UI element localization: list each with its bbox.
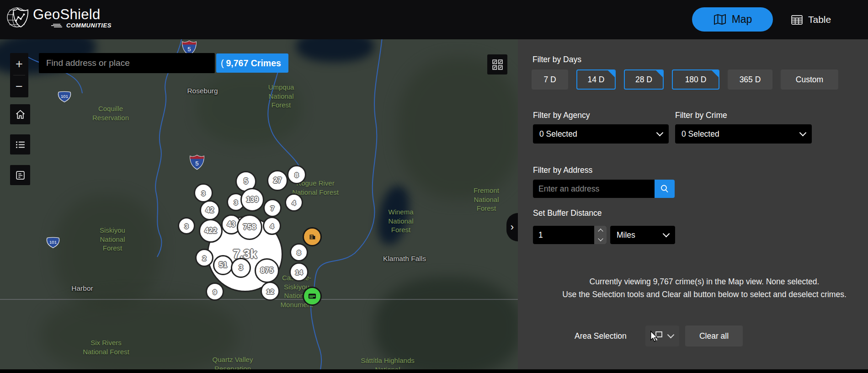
- zoom-control: + −: [10, 53, 28, 97]
- day-filter-14d[interactable]: 14 D: [576, 69, 616, 90]
- day-filter-180d[interactable]: 180 D: [672, 69, 719, 90]
- tab-map[interactable]: Map: [692, 7, 773, 32]
- cluster-marker[interactable]: 2: [195, 249, 213, 267]
- svg-text:101: 101: [49, 240, 57, 245]
- tab-table[interactable]: Table: [788, 10, 834, 29]
- basemap-grid-icon: [491, 59, 504, 71]
- crime-select[interactable]: 0 Selected: [675, 124, 812, 144]
- card-marker-icon[interactable]: [303, 287, 322, 306]
- buffer-distance-stepper: [533, 226, 607, 244]
- cluster-marker[interactable]: 8: [290, 243, 308, 261]
- map-search-box: [39, 53, 215, 73]
- list-icon: [15, 139, 26, 150]
- legend-button[interactable]: [10, 165, 30, 185]
- brand-tagline: COMMUNITIES: [66, 22, 112, 29]
- cluster-marker[interactable]: 8: [287, 165, 306, 184]
- map-search-input[interactable]: [39, 53, 215, 73]
- cluster-marker[interactable]: 27: [267, 170, 288, 191]
- filter-agency-label: Filter by Agency: [533, 111, 590, 120]
- legend-icon: [15, 170, 26, 181]
- layers-list-button[interactable]: [10, 134, 30, 155]
- buffer-unit-value: Miles: [617, 230, 635, 240]
- table-icon: [791, 14, 803, 26]
- filter-address-label: Filter by Address: [533, 165, 592, 175]
- day-filter-365d[interactable]: 365 D: [728, 69, 772, 90]
- chevron-up-icon: [598, 229, 603, 234]
- app-header: GeoShield COMMUNITIES Map: [0, 0, 868, 39]
- globe-shield-logo-icon: [5, 3, 35, 33]
- news-marker-icon[interactable]: [303, 227, 322, 246]
- cluster-marker[interactable]: 875: [255, 258, 279, 283]
- crimes-badge-prefix: (: [221, 58, 224, 69]
- cluster-marker[interactable]: 139: [240, 188, 264, 212]
- chevron-down-icon: [799, 129, 807, 137]
- zoom-out-button[interactable]: −: [10, 75, 28, 97]
- cluster-marker[interactable]: 3: [178, 217, 195, 234]
- area-selection-tool-button[interactable]: [645, 325, 679, 346]
- map-icon: [713, 13, 727, 26]
- day-filter-row: 7 D14 D28 D180 D365 DCustom: [532, 69, 838, 90]
- buffer-distance-label: Set Buffer Distance: [533, 208, 602, 218]
- clear-all-button[interactable]: Clear all: [685, 325, 743, 346]
- search-icon: [660, 184, 670, 194]
- chevron-down-icon: [656, 129, 664, 137]
- svg-text:5: 5: [187, 46, 191, 53]
- filter-panel: Filter by Days 7 D14 D28 D180 D365 DCust…: [518, 39, 868, 373]
- crimes-count-badge[interactable]: ( 9,767 Crimes: [216, 53, 288, 73]
- status-line-2: Use the Selection tools and Clear all bu…: [541, 288, 868, 301]
- cluster-marker[interactable]: 42: [200, 200, 220, 220]
- buffer-distance-input[interactable]: [533, 226, 594, 244]
- day-filter-7d[interactable]: 7 D: [532, 69, 568, 90]
- basemap-toggle-button[interactable]: [487, 54, 507, 75]
- chevron-down-icon: [598, 236, 603, 241]
- cluster-marker[interactable]: 51: [213, 255, 233, 275]
- selection-status-text: Currently viewing 9,767 crime(s) in the …: [518, 275, 868, 301]
- cluster-marker[interactable]: 4: [285, 193, 303, 212]
- tab-map-label: Map: [732, 13, 752, 26]
- cluster-marker[interactable]: 4: [263, 217, 281, 235]
- filter-crime-label: Filter by Crime: [675, 111, 727, 120]
- address-search-button[interactable]: [655, 180, 675, 198]
- cluster-marker[interactable]: 758: [237, 214, 262, 240]
- route-shield-101: 101: [46, 237, 60, 250]
- bottom-strip: [0, 369, 868, 373]
- cluster-marker[interactable]: 3: [231, 258, 251, 278]
- app-root: GeoShield COMMUNITIES Map: [0, 0, 868, 373]
- status-line-1: Currently viewing 9,767 crime(s) in the …: [541, 275, 868, 288]
- zoom-in-button[interactable]: +: [10, 53, 28, 75]
- address-input[interactable]: [533, 180, 655, 198]
- chevron-down-icon: [663, 230, 670, 238]
- chevron-down-icon: [667, 331, 674, 339]
- cluster-marker[interactable]: 422: [199, 219, 223, 243]
- crimes-badge-label: 9,767 Crimes: [226, 58, 281, 69]
- stepper-down-button[interactable]: [594, 235, 607, 244]
- interstate-shield-5: 5: [189, 155, 205, 172]
- day-filter-custom[interactable]: Custom: [781, 69, 838, 90]
- home-button[interactable]: [10, 104, 30, 124]
- home-icon: [15, 109, 26, 120]
- cluster-marker[interactable]: 9: [206, 282, 224, 301]
- day-filter-28d[interactable]: 28 D: [624, 69, 664, 90]
- tab-table-label: Table: [808, 14, 831, 25]
- filter-days-label: Filter by Days: [533, 55, 581, 64]
- cluster-marker[interactable]: 3: [194, 183, 213, 202]
- brand: GeoShield COMMUNITIES: [5, 3, 112, 33]
- cluster-marker[interactable]: 14: [289, 262, 309, 282]
- route-shield-101: 101: [58, 91, 72, 105]
- area-select-icon: [652, 330, 664, 341]
- brand-name: GeoShield: [33, 7, 112, 22]
- cluster-marker[interactable]: 12: [261, 282, 280, 301]
- cluster-marker[interactable]: 7: [263, 199, 282, 217]
- agency-select-value: 0 Selected: [539, 129, 577, 139]
- map-view[interactable]: RoseburgUmpqua National ForestCoquille R…: [0, 39, 518, 373]
- crime-select-value: 0 Selected: [682, 129, 719, 139]
- buffer-unit-select[interactable]: Miles: [610, 226, 675, 244]
- agency-select[interactable]: 0 Selected: [533, 124, 669, 144]
- chevron-right-icon: ›: [511, 221, 514, 233]
- svg-text:101: 101: [61, 94, 68, 99]
- svg-text:5: 5: [195, 160, 198, 167]
- speed-lines-icon: [50, 23, 64, 28]
- area-selection-label: Area Selection: [575, 331, 627, 341]
- stepper-up-button[interactable]: [594, 226, 607, 235]
